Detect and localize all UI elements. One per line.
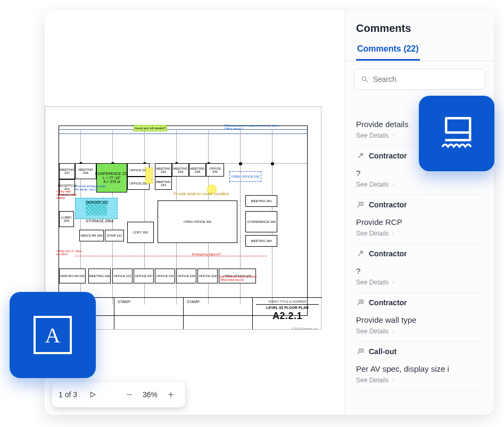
room-openoffice202: OPEN OFFICE 202 — [158, 200, 237, 243]
svg-text:A: A — [360, 349, 362, 352]
room-server: SERVER 262 — [86, 200, 108, 205]
room-conference265: CONFERENCE 265 — [245, 211, 277, 232]
comment-author: Contractor — [369, 200, 407, 209]
comment-author-row[interactable]: AContractor — [345, 195, 494, 212]
room-office225: OFFICE 225 — [155, 269, 175, 283]
svg-line-8 — [358, 154, 362, 158]
sheet-header: SHEET TITLE & NUMBER — [256, 300, 319, 305]
zoom-in-button[interactable] — [163, 387, 179, 403]
plan-name: LEVEL 02 FLOOR PLAN — [266, 306, 309, 309]
conf-area-label: CONFERENCE 231 L = 77'-10" A = 376 sf — [95, 172, 129, 184]
chevron-right-icon — [391, 280, 396, 285]
comments-search[interactable] — [354, 69, 485, 90]
svg-marker-2 — [91, 392, 95, 397]
product-badge-stamp — [419, 96, 494, 171]
comment-author: Contractor — [369, 152, 407, 160]
note-hood: Hood and sill details? — [134, 125, 167, 131]
comment-title: Provide wall type — [356, 315, 483, 324]
sheet-number: A2.2.1 — [272, 311, 302, 322]
note-power: What are power requirements for Open Off… — [224, 124, 283, 130]
comments-title: Comments — [345, 11, 494, 41]
copyright: © 2019 Bluebeam, Inc — [289, 326, 320, 331]
chevron-right-icon — [391, 182, 396, 187]
note-enlarged: Provide enlarged plan for equip. layout — [75, 185, 107, 191]
comment-author: Call-out — [369, 347, 396, 356]
search-input[interactable] — [373, 75, 478, 83]
room-copy: COPY 202 — [127, 222, 154, 243]
comment-author: Contractor — [369, 298, 407, 307]
note-corner: Provide detail for corner condition — [173, 192, 205, 196]
chevron-right-icon — [391, 133, 396, 138]
comment-author-row[interactable]: AContractor — [345, 293, 494, 310]
comment-item[interactable]: Provide RCPSee Details — [345, 212, 494, 244]
zoom-level: 36% — [143, 390, 158, 399]
see-details-link[interactable]: See Details — [356, 279, 483, 293]
svg-text:A: A — [360, 300, 362, 303]
note-structural: Verify with structural, that chase — [56, 190, 78, 199]
room-office224: OFFICE 224 — [176, 269, 196, 283]
see-details-link[interactable]: See Details — [356, 230, 483, 244]
comment-author: Contractor — [369, 249, 407, 258]
svg-text:A: A — [360, 203, 362, 205]
minus-icon — [126, 391, 133, 398]
product-badge-text: A — [10, 292, 96, 378]
room-storage: STORAGE 206A — [86, 219, 113, 223]
play-icon — [89, 391, 96, 398]
comment-item[interactable]: Provide wall typeSee Details — [345, 310, 494, 342]
room-meeting239: MEETING 239 — [172, 163, 189, 177]
page-indicator: 1 of 3 — [59, 390, 77, 399]
callout-icon: A — [357, 299, 364, 306]
stamp-label: STAMP: — [118, 300, 180, 304]
chevron-right-icon — [391, 231, 396, 236]
room-meeting236: MEETING 236 — [75, 163, 96, 179]
zoom-out-button[interactable] — [121, 387, 137, 403]
room-meeting226: MEETING 226 — [88, 269, 111, 283]
room-lobby: LOBBY 200 — [59, 211, 74, 227]
chevron-right-icon — [391, 329, 396, 334]
tab-comments[interactable]: Comments (22) — [356, 41, 420, 61]
room-office227: OFFICE 227 — [134, 269, 154, 283]
room-meeting234: MEETING 234 — [155, 177, 172, 190]
arrow-icon — [357, 250, 364, 257]
svg-rect-19 — [446, 118, 470, 132]
see-details-link[interactable]: See Details — [356, 376, 483, 391]
app-card: MEETING 237 MEETING 236 CONFERENCE 231 L… — [45, 11, 494, 415]
letter-a-icon: A — [34, 316, 72, 354]
comment-author-row[interactable]: Contractor — [345, 244, 494, 261]
comment-item[interactable]: Per AV spec, display size iSee Details — [345, 359, 494, 391]
see-details-link[interactable]: See Details — [356, 181, 483, 195]
comment-title: ? — [356, 266, 483, 275]
room-mensrr: MEN'S RR 209 — [79, 230, 104, 241]
svg-line-15 — [358, 303, 359, 305]
search-icon — [361, 75, 368, 83]
room-office223: OFFICE 223 — [197, 269, 218, 283]
room-stair: STAIR 211 — [105, 230, 124, 241]
room-war: WAR ROOM 220 — [59, 269, 86, 283]
callout-icon: A — [357, 201, 364, 208]
comment-title: Per AV spec, display size i — [356, 364, 483, 373]
see-details-link[interactable]: See Details — [356, 328, 483, 342]
room-meeting235: MEETING 235 — [155, 163, 172, 177]
svg-line-18 — [358, 352, 359, 354]
comments-panel: Comments Comments (22) Provide detailsSe… — [345, 11, 494, 415]
comment-title: Provide RCP — [356, 217, 483, 227]
svg-point-6 — [362, 77, 366, 80]
note-ada: Verify min cl. area for ADA — [56, 249, 83, 256]
room-meeting251: MEETING 251 — [245, 195, 277, 207]
plus-icon — [167, 391, 175, 398]
open-office-218: OPEN OFFICE 218 — [229, 171, 261, 182]
comment-author-row[interactable]: ACall-out — [345, 342, 494, 359]
comment-item[interactable]: ?See Details — [345, 261, 494, 293]
svg-line-12 — [358, 252, 362, 256]
room-office240: OFFICE 240 — [206, 163, 224, 177]
room-meeting264: MEETING 264 — [245, 235, 277, 247]
next-page-button[interactable] — [85, 387, 101, 403]
room-meeting237: MEETING 237 — [59, 163, 75, 179]
stamp-label-2: STAMP: — [187, 300, 249, 304]
callout-icon: A — [357, 348, 364, 355]
room-office221: OFFICE 221 — [112, 269, 133, 283]
arrow-icon — [357, 152, 364, 160]
viewer-toolbar: 1 of 3 36% — [52, 382, 185, 407]
highlight-door — [145, 168, 153, 183]
stamp-icon — [433, 110, 481, 157]
